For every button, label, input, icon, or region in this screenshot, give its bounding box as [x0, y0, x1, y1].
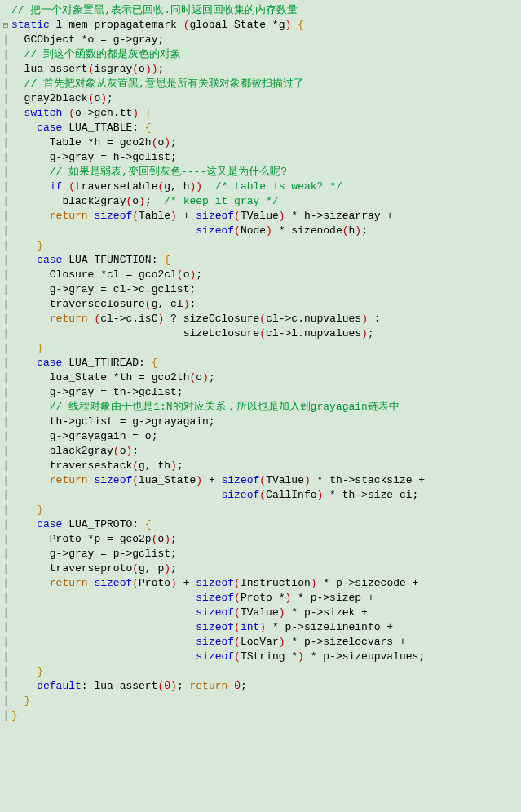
- code-line[interactable]: sizeof(TValue) * p->sizek +: [11, 606, 521, 620]
- code-line[interactable]: return (cl->c.isC) ? sizeCclosure(cl->c.…: [11, 312, 521, 326]
- code-line[interactable]: // 如果是弱表,变回到灰色----这又是为什么呢?: [11, 165, 521, 180]
- fold-marker[interactable]: │: [0, 650, 11, 664]
- fold-marker[interactable]: │: [0, 444, 11, 459]
- code-line[interactable]: traverseclosure(g, cl);: [11, 297, 521, 312]
- code-line[interactable]: switch (o->gch.tt) {: [11, 106, 521, 121]
- fold-marker[interactable]: │: [0, 503, 11, 517]
- fold-marker[interactable]: │: [0, 694, 11, 708]
- code-line[interactable]: th->gclist = g->grayagain;: [11, 415, 521, 429]
- fold-marker[interactable]: │: [0, 400, 11, 415]
- code-line[interactable]: black2gray(o); /* keep it gray */: [11, 194, 521, 209]
- code-line[interactable]: traversestack(g, th);: [11, 459, 521, 473]
- code-line[interactable]: sizeof(Proto *) * p->sizep +: [11, 591, 521, 606]
- fold-marker[interactable]: │: [0, 547, 11, 561]
- fold-marker[interactable]: │: [0, 664, 11, 679]
- code-line[interactable]: traverseproto(g, p);: [11, 561, 521, 576]
- fold-marker[interactable]: │: [0, 415, 11, 429]
- fold-marker[interactable]: │: [0, 620, 11, 635]
- fold-marker[interactable]: │: [0, 459, 11, 473]
- code-line[interactable]: return sizeof(Proto) + sizeof(Instructio…: [11, 576, 521, 591]
- code-line[interactable]: default: lua_assert(0); return 0;: [11, 679, 521, 694]
- code-line[interactable]: sizeof(TString *) * p->sizeupvalues;: [11, 650, 521, 664]
- fold-marker[interactable]: │: [0, 532, 11, 547]
- code-line[interactable]: }: [11, 238, 521, 253]
- fold-marker[interactable]: │: [0, 77, 11, 91]
- code-line[interactable]: }: [11, 503, 521, 517]
- code-line[interactable]: sizeLclosure(cl->l.nupvalues);: [11, 326, 521, 341]
- fold-marker[interactable]: │: [0, 326, 11, 341]
- code-line[interactable]: Proto *p = gco2p(o);: [11, 532, 521, 547]
- fold-marker[interactable]: │: [0, 165, 11, 180]
- code-body[interactable]: // 把一个对象置黑,表示已回收.同时返回回收集的内存数量static l_me…: [11, 3, 521, 723]
- code-line[interactable]: }: [11, 341, 521, 356]
- fold-marker[interactable]: │: [0, 91, 11, 106]
- fold-marker[interactable]: │: [0, 209, 11, 224]
- fold-marker[interactable]: │: [0, 47, 11, 62]
- fold-marker[interactable]: │: [0, 297, 11, 312]
- fold-marker[interactable]: │: [0, 268, 11, 282]
- code-line[interactable]: lua_assert(isgray(o));: [11, 62, 521, 77]
- code-line[interactable]: sizeof(LocVar) * p->sizelocvars +: [11, 635, 521, 650]
- fold-marker[interactable]: │: [0, 356, 11, 371]
- fold-marker[interactable]: │: [0, 517, 11, 532]
- code-line[interactable]: gray2black(o);: [11, 91, 521, 106]
- fold-marker[interactable]: │: [0, 62, 11, 77]
- code-line[interactable]: case LUA_TFUNCTION: {: [11, 253, 521, 268]
- code-line[interactable]: return sizeof(lua_State) + sizeof(TValue…: [11, 473, 521, 488]
- code-line[interactable]: }: [11, 694, 521, 708]
- fold-marker[interactable]: │: [0, 679, 11, 694]
- fold-marker[interactable]: │: [0, 429, 11, 444]
- code-line[interactable]: case LUA_TPROTO: {: [11, 517, 521, 532]
- code-line[interactable]: // 首先把对象从灰置黑,意思是所有关联对象都被扫描过了: [11, 77, 521, 91]
- code-line[interactable]: GCObject *o = g->gray;: [11, 33, 521, 47]
- fold-marker[interactable]: │: [0, 385, 11, 400]
- code-line[interactable]: }: [11, 664, 521, 679]
- code-line[interactable]: Table *h = gco2h(o);: [11, 135, 521, 150]
- code-line[interactable]: g->grayagain = o;: [11, 429, 521, 444]
- code-token: o->gch.tt: [75, 107, 132, 119]
- fold-marker[interactable]: │: [0, 282, 11, 297]
- code-line[interactable]: lua_State *th = gco2th(o);: [11, 371, 521, 385]
- fold-marker[interactable]: │: [0, 253, 11, 268]
- fold-marker[interactable]: │: [0, 473, 11, 488]
- fold-marker[interactable]: │: [0, 194, 11, 209]
- fold-marker[interactable]: [0, 3, 11, 18]
- fold-marker[interactable]: │: [0, 150, 11, 165]
- fold-marker[interactable]: │: [0, 33, 11, 47]
- code-line[interactable]: // 到这个函数的都是灰色的对象: [11, 47, 521, 62]
- fold-marker[interactable]: │: [0, 561, 11, 576]
- code-line[interactable]: sizeof(Node) * sizenode(h);: [11, 224, 521, 238]
- fold-marker[interactable]: │: [0, 238, 11, 253]
- fold-marker[interactable]: │: [0, 224, 11, 238]
- code-line[interactable]: // 把一个对象置黑,表示已回收.同时返回回收集的内存数量: [11, 3, 521, 18]
- fold-marker[interactable]: │: [0, 591, 11, 606]
- fold-marker[interactable]: │: [0, 371, 11, 385]
- code-line[interactable]: }: [11, 708, 521, 723]
- fold-marker[interactable]: │: [0, 635, 11, 650]
- code-line[interactable]: return sizeof(Table) + sizeof(TValue) * …: [11, 209, 521, 224]
- code-line[interactable]: sizeof(int) * p->sizelineinfo +: [11, 620, 521, 635]
- code-line[interactable]: sizeof(CallInfo) * th->size_ci;: [11, 488, 521, 503]
- code-line[interactable]: g->gray = th->gclist;: [11, 385, 521, 400]
- code-line[interactable]: g->gray = h->gclist;: [11, 150, 521, 165]
- code-line[interactable]: // 线程对象由于也是1:N的对应关系，所以也是加入到grayagain链表中: [11, 400, 521, 415]
- fold-marker[interactable]: │: [0, 488, 11, 503]
- code-line[interactable]: g->gray = p->gclist;: [11, 547, 521, 561]
- fold-marker[interactable]: │: [0, 121, 11, 135]
- fold-marker[interactable]: │: [0, 312, 11, 326]
- code-line[interactable]: g->gray = cl->c.gclist;: [11, 282, 521, 297]
- fold-marker[interactable]: │: [0, 106, 11, 121]
- code-line[interactable]: case LUA_TTABLE: {: [11, 121, 521, 135]
- fold-marker[interactable]: │: [0, 135, 11, 150]
- fold-marker[interactable]: ⊟: [0, 18, 11, 33]
- code-line[interactable]: black2gray(o);: [11, 444, 521, 459]
- fold-marker[interactable]: │: [0, 708, 11, 723]
- code-line[interactable]: Closure *cl = gco2cl(o);: [11, 268, 521, 282]
- fold-marker[interactable]: │: [0, 606, 11, 620]
- fold-marker[interactable]: │: [0, 341, 11, 356]
- code-line[interactable]: case LUA_TTHREAD: {: [11, 356, 521, 371]
- fold-marker[interactable]: │: [0, 180, 11, 194]
- code-line[interactable]: static l_mem propagatemark (global_State…: [11, 18, 521, 33]
- code-line[interactable]: if (traversetable(g, h)) /* table is wea…: [11, 180, 521, 194]
- fold-marker[interactable]: │: [0, 576, 11, 591]
